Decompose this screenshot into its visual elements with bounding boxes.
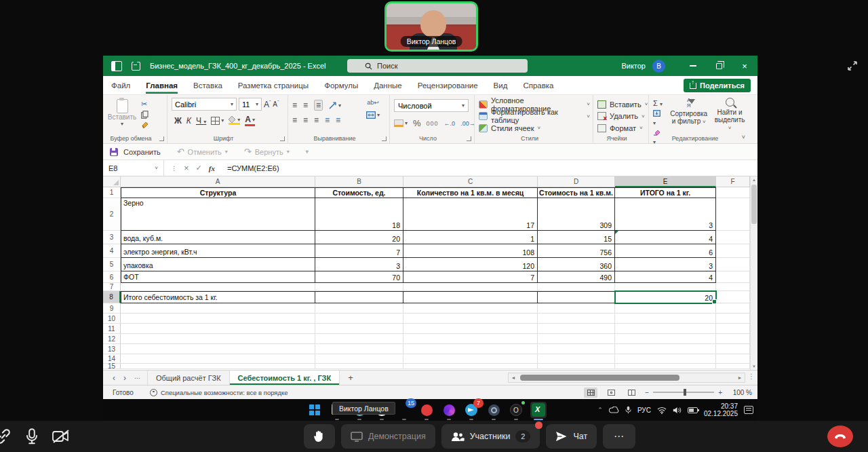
font-dialog-launcher[interactable] [280, 136, 285, 141]
cell-D7[interactable] [538, 283, 615, 291]
delete-cells-button[interactable]: Удалить˅ [597, 111, 646, 121]
increase-decimal-button[interactable]: ←.0 [444, 120, 456, 127]
column-header-E[interactable]: E [615, 176, 716, 187]
cell-F3[interactable] [716, 231, 750, 244]
shrink-font-button[interactable]: Аˇ [273, 100, 279, 108]
notification-center-icon[interactable] [744, 406, 753, 414]
formula-input[interactable]: =СУММ(E2:E6) [222, 164, 279, 172]
cell-E11[interactable] [615, 324, 716, 334]
italic-button[interactable]: К [186, 116, 191, 126]
expand-fullscreen-icon[interactable] [845, 58, 860, 73]
fill-button[interactable]: ▾ [653, 110, 665, 126]
cell-E14[interactable] [615, 354, 716, 364]
tab-file[interactable]: Файл [111, 77, 130, 94]
excel-taskbar-button[interactable] [530, 402, 547, 418]
cell-E3[interactable]: 4 [615, 231, 716, 244]
purple-app-button[interactable] [441, 402, 457, 418]
normal-view-button[interactable] [584, 388, 597, 398]
account-name[interactable]: Виктор [621, 62, 646, 70]
raise-hand-button[interactable] [304, 424, 335, 449]
cell-D4[interactable]: 756 [538, 244, 615, 258]
more-options-button[interactable]: ⋯ [603, 424, 635, 449]
alignment-dialog-launcher[interactable] [382, 136, 387, 141]
cell-B1[interactable]: Стоимость, ед. [315, 187, 403, 198]
row-header-4[interactable]: 4 [103, 244, 121, 258]
row-header-11[interactable]: 11 [103, 324, 121, 334]
leave-meeting-button[interactable] [827, 426, 853, 447]
scroll-right-icon[interactable]: ► [735, 375, 745, 380]
red-app-button[interactable] [418, 402, 435, 418]
align-bottom-icon[interactable]: ≡ [314, 100, 323, 111]
cell-C11[interactable] [403, 324, 538, 334]
cell-D6[interactable]: 490 [538, 271, 615, 283]
tab-data[interactable]: Данные [374, 77, 402, 94]
cell-F15[interactable] [716, 364, 750, 369]
cell-C9[interactable] [403, 303, 538, 314]
cell-F4[interactable] [716, 244, 750, 258]
cell-D11[interactable] [538, 324, 615, 334]
cell-D10[interactable] [538, 314, 615, 324]
cell-E8[interactable]: 20 [615, 291, 716, 303]
cell-B11[interactable] [315, 324, 403, 334]
row-header-6[interactable]: 6 [103, 271, 121, 283]
cell-B13[interactable] [315, 344, 403, 354]
column-header-C[interactable]: C [403, 176, 538, 187]
wrap-text-button[interactable]: ab↩ [367, 99, 379, 106]
scroll-down-icon[interactable]: ▼ [751, 364, 757, 369]
align-center-icon[interactable]: ≡ [303, 115, 308, 125]
column-header-D[interactable]: D [538, 176, 615, 187]
cell-A14[interactable] [121, 354, 315, 364]
tab-page-layout[interactable]: Разметка страницы [238, 77, 309, 94]
cell-B14[interactable] [315, 354, 403, 364]
row-header-2[interactable]: 2 [103, 198, 121, 231]
battery-icon[interactable] [688, 407, 698, 413]
cell-C2[interactable]: 17 [403, 198, 538, 231]
cell-E2[interactable]: 3 [615, 198, 716, 231]
paste-button[interactable]: Вставить ▾ [107, 99, 137, 129]
participants-button[interactable]: Участники 2 [441, 424, 540, 449]
tab-formulas[interactable]: Формулы [324, 77, 358, 94]
cell-D8[interactable] [538, 291, 615, 303]
cell-A5[interactable]: упаковка [121, 258, 315, 271]
sheet-list-icon[interactable]: ⋯ [134, 375, 140, 381]
scroll-left-icon[interactable]: ◄ [509, 375, 518, 380]
close-button[interactable]: × [732, 56, 757, 76]
autosum-button[interactable]: Σ ▾ [653, 99, 665, 107]
cell-F2[interactable] [716, 198, 750, 231]
percent-style-button[interactable]: % [413, 118, 421, 128]
cell-E13[interactable] [615, 344, 716, 354]
accessibility-status[interactable]: Специальные возможности: все в порядке [161, 389, 288, 396]
tab-home[interactable]: Главная [146, 77, 178, 94]
cell-B5[interactable]: 3 [315, 258, 403, 271]
cell-D1[interactable]: Стоимость на 1 кв.м. [538, 187, 615, 198]
bold-button[interactable]: Ж [174, 116, 182, 126]
cell-E1[interactable]: ИТОГО на 1 кг. [615, 187, 716, 198]
cell-A13[interactable] [121, 344, 315, 354]
clipboard-dialog-launcher[interactable] [159, 136, 164, 141]
cell-C4[interactable]: 108 [403, 244, 538, 258]
telegram-button[interactable]: 7 [463, 402, 479, 418]
hidden-icons-chevron[interactable]: ⌃ [597, 407, 603, 413]
cell-C1[interactable]: Количество на 1 кв.м. в месяц [403, 187, 538, 198]
cell-C8[interactable] [403, 291, 538, 303]
font-size-select[interactable]: 11▾ [239, 98, 262, 111]
zoom-in-button[interactable]: + [718, 389, 722, 396]
page-layout-view-button[interactable] [604, 388, 618, 398]
cell-F14[interactable] [716, 354, 750, 364]
insert-cells-button[interactable]: Вставить˅ [597, 99, 646, 110]
row-header-1[interactable]: 1 [103, 187, 121, 198]
align-left-icon[interactable]: ≡ [292, 115, 297, 125]
column-headers[interactable]: ABCDEF [103, 176, 750, 187]
cell-A9[interactable] [121, 303, 315, 314]
camera-off-button[interactable] [52, 428, 71, 445]
row-header-15[interactable]: 15 [103, 364, 121, 369]
decrease-indent-icon[interactable]: ≡ [325, 115, 330, 125]
cell-D9[interactable] [538, 303, 615, 314]
cell-C12[interactable] [403, 334, 538, 344]
minimize-button[interactable] [680, 56, 706, 76]
row-header-7[interactable]: 7 [103, 283, 121, 291]
cell-D2[interactable]: 309 [538, 198, 615, 231]
row-header-5[interactable]: 5 [103, 258, 121, 271]
font-name-select[interactable]: Calibri▾ [172, 98, 237, 111]
cell-D12[interactable] [538, 334, 615, 344]
